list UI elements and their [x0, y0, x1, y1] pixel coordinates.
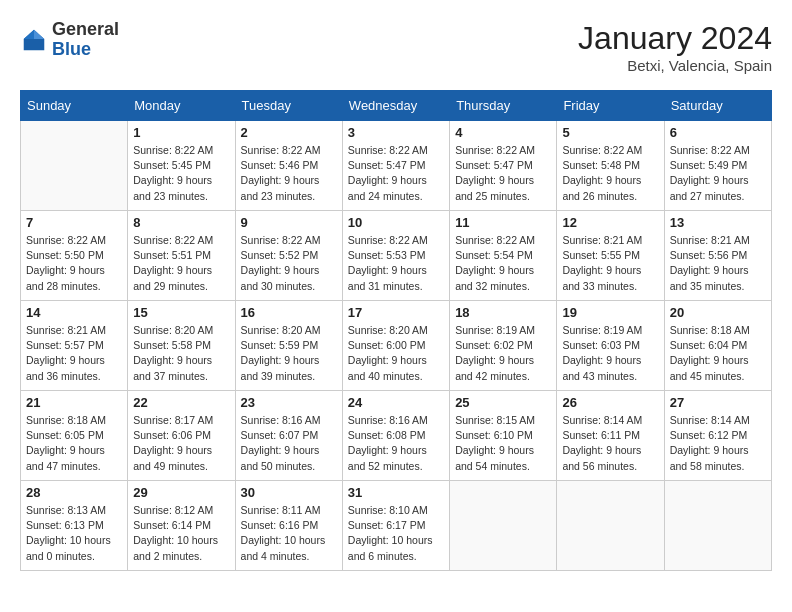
day-number: 7	[26, 215, 122, 230]
day-number: 29	[133, 485, 229, 500]
table-row: 23Sunrise: 8:16 AMSunset: 6:07 PMDayligh…	[235, 391, 342, 481]
col-tuesday: Tuesday	[235, 91, 342, 121]
table-row: 2Sunrise: 8:22 AMSunset: 5:46 PMDaylight…	[235, 121, 342, 211]
day-detail: Sunrise: 8:21 AMSunset: 5:55 PMDaylight:…	[562, 233, 658, 294]
day-number: 17	[348, 305, 444, 320]
table-row: 12Sunrise: 8:21 AMSunset: 5:55 PMDayligh…	[557, 211, 664, 301]
table-row: 1Sunrise: 8:22 AMSunset: 5:45 PMDaylight…	[128, 121, 235, 211]
day-detail: Sunrise: 8:19 AMSunset: 6:02 PMDaylight:…	[455, 323, 551, 384]
day-detail: Sunrise: 8:10 AMSunset: 6:17 PMDaylight:…	[348, 503, 444, 564]
col-wednesday: Wednesday	[342, 91, 449, 121]
table-row	[21, 121, 128, 211]
col-thursday: Thursday	[450, 91, 557, 121]
day-detail: Sunrise: 8:20 AMSunset: 5:59 PMDaylight:…	[241, 323, 337, 384]
day-number: 15	[133, 305, 229, 320]
month-year-title: January 2024	[578, 20, 772, 57]
table-row: 20Sunrise: 8:18 AMSunset: 6:04 PMDayligh…	[664, 301, 771, 391]
table-row: 15Sunrise: 8:20 AMSunset: 5:58 PMDayligh…	[128, 301, 235, 391]
table-row: 7Sunrise: 8:22 AMSunset: 5:50 PMDaylight…	[21, 211, 128, 301]
day-detail: Sunrise: 8:16 AMSunset: 6:07 PMDaylight:…	[241, 413, 337, 474]
table-row: 14Sunrise: 8:21 AMSunset: 5:57 PMDayligh…	[21, 301, 128, 391]
table-row: 16Sunrise: 8:20 AMSunset: 5:59 PMDayligh…	[235, 301, 342, 391]
day-number: 25	[455, 395, 551, 410]
table-row: 25Sunrise: 8:15 AMSunset: 6:10 PMDayligh…	[450, 391, 557, 481]
day-number: 21	[26, 395, 122, 410]
day-number: 24	[348, 395, 444, 410]
calendar-week-row: 14Sunrise: 8:21 AMSunset: 5:57 PMDayligh…	[21, 301, 772, 391]
table-row: 19Sunrise: 8:19 AMSunset: 6:03 PMDayligh…	[557, 301, 664, 391]
day-detail: Sunrise: 8:14 AMSunset: 6:12 PMDaylight:…	[670, 413, 766, 474]
day-detail: Sunrise: 8:22 AMSunset: 5:47 PMDaylight:…	[348, 143, 444, 204]
day-number: 3	[348, 125, 444, 140]
day-detail: Sunrise: 8:22 AMSunset: 5:54 PMDaylight:…	[455, 233, 551, 294]
logo-blue-text: Blue	[52, 39, 91, 59]
day-detail: Sunrise: 8:22 AMSunset: 5:50 PMDaylight:…	[26, 233, 122, 294]
day-number: 6	[670, 125, 766, 140]
day-detail: Sunrise: 8:13 AMSunset: 6:13 PMDaylight:…	[26, 503, 122, 564]
calendar-week-row: 1Sunrise: 8:22 AMSunset: 5:45 PMDaylight…	[21, 121, 772, 211]
day-number: 26	[562, 395, 658, 410]
day-number: 31	[348, 485, 444, 500]
table-row: 21Sunrise: 8:18 AMSunset: 6:05 PMDayligh…	[21, 391, 128, 481]
day-number: 13	[670, 215, 766, 230]
day-detail: Sunrise: 8:11 AMSunset: 6:16 PMDaylight:…	[241, 503, 337, 564]
page-header: General Blue January 2024 Betxi, Valenci…	[20, 20, 772, 74]
table-row: 27Sunrise: 8:14 AMSunset: 6:12 PMDayligh…	[664, 391, 771, 481]
day-number: 5	[562, 125, 658, 140]
calendar-header-row: Sunday Monday Tuesday Wednesday Thursday…	[21, 91, 772, 121]
logo-general-text: General	[52, 19, 119, 39]
calendar-week-row: 21Sunrise: 8:18 AMSunset: 6:05 PMDayligh…	[21, 391, 772, 481]
day-number: 23	[241, 395, 337, 410]
col-sunday: Sunday	[21, 91, 128, 121]
table-row: 28Sunrise: 8:13 AMSunset: 6:13 PMDayligh…	[21, 481, 128, 571]
table-row	[450, 481, 557, 571]
day-number: 9	[241, 215, 337, 230]
table-row: 30Sunrise: 8:11 AMSunset: 6:16 PMDayligh…	[235, 481, 342, 571]
table-row: 3Sunrise: 8:22 AMSunset: 5:47 PMDaylight…	[342, 121, 449, 211]
day-detail: Sunrise: 8:20 AMSunset: 6:00 PMDaylight:…	[348, 323, 444, 384]
day-number: 28	[26, 485, 122, 500]
day-number: 12	[562, 215, 658, 230]
col-friday: Friday	[557, 91, 664, 121]
title-block: January 2024 Betxi, Valencia, Spain	[578, 20, 772, 74]
day-number: 11	[455, 215, 551, 230]
svg-marker-1	[34, 30, 44, 39]
col-monday: Monday	[128, 91, 235, 121]
table-row	[557, 481, 664, 571]
table-row: 26Sunrise: 8:14 AMSunset: 6:11 PMDayligh…	[557, 391, 664, 481]
table-row: 11Sunrise: 8:22 AMSunset: 5:54 PMDayligh…	[450, 211, 557, 301]
day-number: 1	[133, 125, 229, 140]
logo-icon	[20, 26, 48, 54]
day-detail: Sunrise: 8:22 AMSunset: 5:53 PMDaylight:…	[348, 233, 444, 294]
calendar-table: Sunday Monday Tuesday Wednesday Thursday…	[20, 90, 772, 571]
day-number: 20	[670, 305, 766, 320]
day-detail: Sunrise: 8:20 AMSunset: 5:58 PMDaylight:…	[133, 323, 229, 384]
logo: General Blue	[20, 20, 119, 60]
table-row: 5Sunrise: 8:22 AMSunset: 5:48 PMDaylight…	[557, 121, 664, 211]
table-row: 18Sunrise: 8:19 AMSunset: 6:02 PMDayligh…	[450, 301, 557, 391]
day-number: 18	[455, 305, 551, 320]
day-number: 10	[348, 215, 444, 230]
day-detail: Sunrise: 8:22 AMSunset: 5:47 PMDaylight:…	[455, 143, 551, 204]
day-detail: Sunrise: 8:18 AMSunset: 6:05 PMDaylight:…	[26, 413, 122, 474]
table-row: 22Sunrise: 8:17 AMSunset: 6:06 PMDayligh…	[128, 391, 235, 481]
svg-marker-2	[24, 30, 34, 39]
day-detail: Sunrise: 8:22 AMSunset: 5:52 PMDaylight:…	[241, 233, 337, 294]
table-row: 8Sunrise: 8:22 AMSunset: 5:51 PMDaylight…	[128, 211, 235, 301]
col-saturday: Saturday	[664, 91, 771, 121]
day-detail: Sunrise: 8:14 AMSunset: 6:11 PMDaylight:…	[562, 413, 658, 474]
table-row: 4Sunrise: 8:22 AMSunset: 5:47 PMDaylight…	[450, 121, 557, 211]
day-detail: Sunrise: 8:21 AMSunset: 5:56 PMDaylight:…	[670, 233, 766, 294]
day-detail: Sunrise: 8:22 AMSunset: 5:45 PMDaylight:…	[133, 143, 229, 204]
table-row: 29Sunrise: 8:12 AMSunset: 6:14 PMDayligh…	[128, 481, 235, 571]
table-row: 13Sunrise: 8:21 AMSunset: 5:56 PMDayligh…	[664, 211, 771, 301]
table-row	[664, 481, 771, 571]
day-detail: Sunrise: 8:16 AMSunset: 6:08 PMDaylight:…	[348, 413, 444, 474]
day-detail: Sunrise: 8:15 AMSunset: 6:10 PMDaylight:…	[455, 413, 551, 474]
day-detail: Sunrise: 8:22 AMSunset: 5:48 PMDaylight:…	[562, 143, 658, 204]
day-number: 14	[26, 305, 122, 320]
table-row: 10Sunrise: 8:22 AMSunset: 5:53 PMDayligh…	[342, 211, 449, 301]
location-subtitle: Betxi, Valencia, Spain	[578, 57, 772, 74]
day-detail: Sunrise: 8:18 AMSunset: 6:04 PMDaylight:…	[670, 323, 766, 384]
table-row: 6Sunrise: 8:22 AMSunset: 5:49 PMDaylight…	[664, 121, 771, 211]
